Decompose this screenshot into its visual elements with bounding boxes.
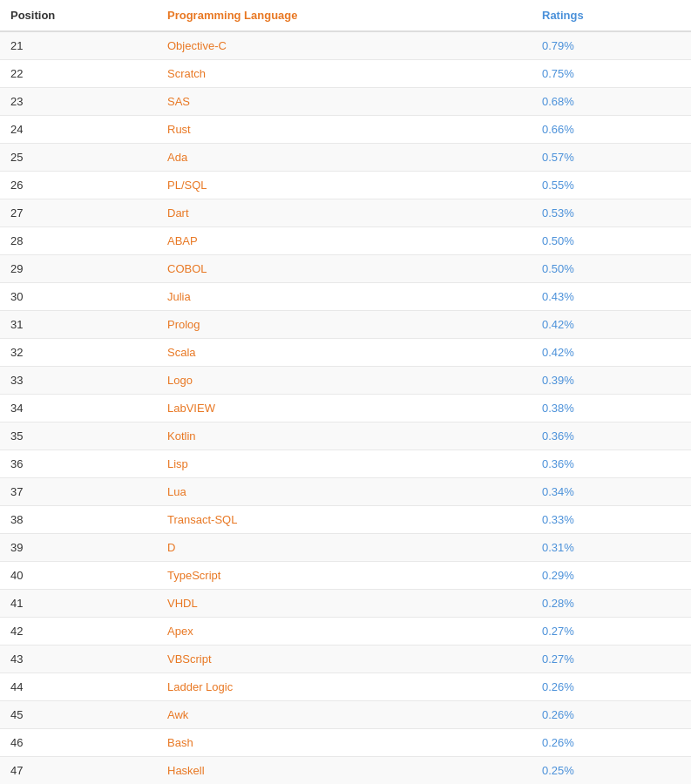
- table-row: 31Prolog0.42%: [0, 311, 691, 339]
- table-row: 30Julia0.43%: [0, 283, 691, 311]
- cell-language[interactable]: SAS: [157, 88, 532, 116]
- cell-position: 23: [0, 88, 157, 116]
- cell-language[interactable]: Kotlin: [157, 422, 532, 450]
- table-row: 22Scratch0.75%: [0, 60, 691, 88]
- cell-language[interactable]: Haskell: [157, 757, 532, 785]
- cell-position: 26: [0, 172, 157, 199]
- cell-position: 35: [0, 422, 157, 450]
- cell-language[interactable]: PL/SQL: [157, 172, 532, 199]
- table-row: 41VHDL0.28%: [0, 590, 691, 618]
- cell-rating: 0.36%: [532, 450, 691, 478]
- table-row: 29COBOL0.50%: [0, 255, 691, 283]
- rankings-table: Position Programming Language Ratings 21…: [0, 0, 691, 784]
- cell-position: 21: [0, 31, 157, 60]
- cell-position: 30: [0, 283, 157, 311]
- table-row: 35Kotlin0.36%: [0, 422, 691, 450]
- table-row: 42Apex0.27%: [0, 618, 691, 645]
- cell-language[interactable]: Dart: [157, 199, 532, 227]
- cell-position: 42: [0, 618, 157, 645]
- cell-rating: 0.27%: [532, 618, 691, 645]
- cell-rating: 0.79%: [532, 31, 691, 60]
- cell-rating: 0.26%: [532, 729, 691, 757]
- cell-rating: 0.42%: [532, 339, 691, 367]
- cell-position: 36: [0, 450, 157, 478]
- cell-rating: 0.28%: [532, 590, 691, 618]
- table-container: Position Programming Language Ratings 21…: [0, 0, 691, 784]
- cell-language[interactable]: COBOL: [157, 255, 532, 283]
- cell-position: 32: [0, 339, 157, 367]
- cell-rating: 0.53%: [532, 199, 691, 227]
- table-row: 26PL/SQL0.55%: [0, 172, 691, 199]
- cell-rating: 0.39%: [532, 367, 691, 395]
- cell-language[interactable]: Bash: [157, 729, 532, 757]
- cell-position: 40: [0, 562, 157, 590]
- cell-rating: 0.43%: [532, 283, 691, 311]
- cell-rating: 0.34%: [532, 478, 691, 506]
- cell-rating: 0.55%: [532, 172, 691, 199]
- cell-position: 46: [0, 729, 157, 757]
- cell-rating: 0.66%: [532, 116, 691, 144]
- cell-position: 24: [0, 116, 157, 144]
- header-position: Position: [0, 0, 157, 31]
- cell-position: 44: [0, 673, 157, 701]
- cell-position: 43: [0, 645, 157, 673]
- cell-position: 34: [0, 395, 157, 422]
- cell-language[interactable]: Scala: [157, 339, 532, 367]
- cell-language[interactable]: VBScript: [157, 645, 532, 673]
- table-row: 27Dart0.53%: [0, 199, 691, 227]
- table-row: 47Haskell0.25%: [0, 757, 691, 785]
- table-row: 40TypeScript0.29%: [0, 562, 691, 590]
- cell-position: 41: [0, 590, 157, 618]
- cell-position: 29: [0, 255, 157, 283]
- cell-position: 37: [0, 478, 157, 506]
- cell-rating: 0.50%: [532, 255, 691, 283]
- cell-rating: 0.25%: [532, 757, 691, 785]
- table-header-row: Position Programming Language Ratings: [0, 0, 691, 31]
- cell-language[interactable]: Awk: [157, 701, 532, 729]
- cell-language[interactable]: D: [157, 534, 532, 562]
- table-row: 37Lua0.34%: [0, 478, 691, 506]
- cell-language[interactable]: Lisp: [157, 450, 532, 478]
- table-row: 39D0.31%: [0, 534, 691, 562]
- cell-language[interactable]: Prolog: [157, 311, 532, 339]
- cell-language[interactable]: Transact-SQL: [157, 506, 532, 534]
- table-row: 21Objective-C0.79%: [0, 31, 691, 60]
- cell-language[interactable]: LabVIEW: [157, 395, 532, 422]
- header-ratings: Ratings: [532, 0, 691, 31]
- cell-language[interactable]: ABAP: [157, 227, 532, 255]
- cell-language[interactable]: Lua: [157, 478, 532, 506]
- cell-rating: 0.42%: [532, 311, 691, 339]
- cell-rating: 0.68%: [532, 88, 691, 116]
- table-row: 43VBScript0.27%: [0, 645, 691, 673]
- cell-language[interactable]: Apex: [157, 618, 532, 645]
- cell-language[interactable]: VHDL: [157, 590, 532, 618]
- cell-language[interactable]: Julia: [157, 283, 532, 311]
- cell-language[interactable]: Ada: [157, 144, 532, 172]
- cell-language[interactable]: Objective-C: [157, 31, 532, 60]
- table-row: 28ABAP0.50%: [0, 227, 691, 255]
- cell-language[interactable]: Scratch: [157, 60, 532, 88]
- cell-position: 25: [0, 144, 157, 172]
- cell-language[interactable]: Ladder Logic: [157, 673, 532, 701]
- cell-position: 33: [0, 367, 157, 395]
- table-row: 32Scala0.42%: [0, 339, 691, 367]
- table-row: 44Ladder Logic0.26%: [0, 673, 691, 701]
- cell-rating: 0.29%: [532, 562, 691, 590]
- cell-position: 27: [0, 199, 157, 227]
- cell-position: 38: [0, 506, 157, 534]
- cell-rating: 0.27%: [532, 645, 691, 673]
- cell-language[interactable]: Logo: [157, 367, 532, 395]
- cell-position: 22: [0, 60, 157, 88]
- table-row: 38Transact-SQL0.33%: [0, 506, 691, 534]
- cell-rating: 0.50%: [532, 227, 691, 255]
- cell-language[interactable]: Rust: [157, 116, 532, 144]
- cell-rating: 0.26%: [532, 701, 691, 729]
- table-row: 36Lisp0.36%: [0, 450, 691, 478]
- table-row: 34LabVIEW0.38%: [0, 395, 691, 422]
- header-language: Programming Language: [157, 0, 532, 31]
- cell-rating: 0.31%: [532, 534, 691, 562]
- cell-language[interactable]: TypeScript: [157, 562, 532, 590]
- cell-position: 31: [0, 311, 157, 339]
- cell-position: 39: [0, 534, 157, 562]
- table-row: 33Logo0.39%: [0, 367, 691, 395]
